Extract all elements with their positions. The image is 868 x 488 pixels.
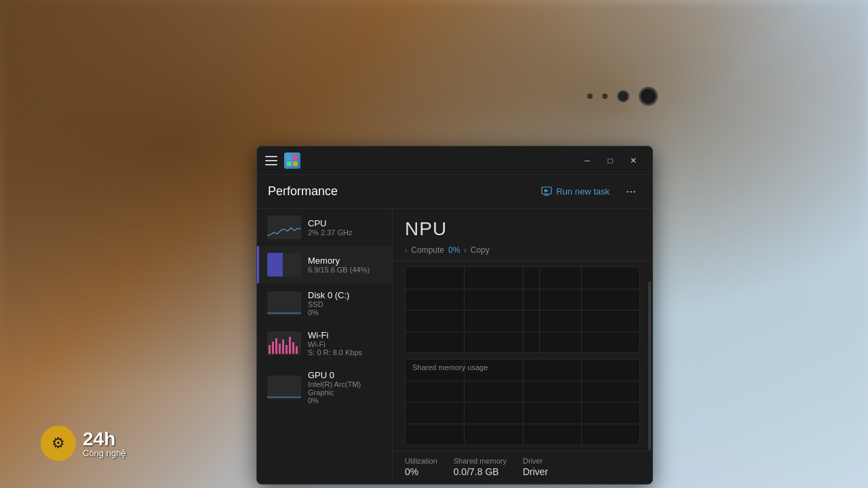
gpu-model: Intel(R) Arc(TM) Graphic bbox=[308, 380, 384, 396]
driver-value: Driver bbox=[523, 466, 548, 477]
gpu-name: GPU 0 bbox=[308, 370, 384, 380]
charts-area: Shared memory usage bbox=[393, 261, 652, 451]
disk-type: SSD bbox=[308, 300, 384, 308]
wifi-info: Wi-Fi Wi-Fi S: 0 R: 8.0 Kbps bbox=[308, 330, 384, 357]
detail-panel: NPU › Compute 0% › Copy bbox=[393, 209, 652, 483]
run-task-icon bbox=[541, 186, 552, 197]
main-content: CPU 2% 2.37 GHz Memory 6.9/15.6 GB (44%) bbox=[257, 209, 652, 483]
page-title: Performance bbox=[268, 184, 338, 199]
driver-label: Driver bbox=[523, 457, 548, 465]
grid-v-1 bbox=[464, 267, 465, 352]
scrollbar[interactable] bbox=[648, 281, 651, 450]
chart-grid-1 bbox=[406, 267, 639, 352]
watermark-badge: ⚙ bbox=[41, 426, 76, 461]
grid-v-mid bbox=[539, 267, 540, 352]
header-bar: Performance Run new task ··· bbox=[257, 175, 652, 209]
wifi-name: Wi-Fi bbox=[308, 330, 384, 340]
gpu-usage: 0% bbox=[308, 396, 384, 405]
titlebar: ─ □ ✕ bbox=[257, 146, 652, 175]
camera-lens-large bbox=[639, 87, 658, 106]
close-button[interactable]: ✕ bbox=[623, 152, 644, 169]
shared-mem-label: Shared memory bbox=[454, 457, 507, 465]
detail-title: NPU bbox=[405, 218, 640, 240]
camera-lens bbox=[617, 90, 629, 102]
cpu-mini-chart bbox=[267, 216, 301, 239]
memory-name: Memory bbox=[308, 256, 384, 266]
svg-rect-13 bbox=[285, 345, 288, 354]
chart-grid-2 bbox=[406, 359, 639, 445]
watermark-subtitle: Công nghệ bbox=[83, 449, 126, 458]
bottom-stats: Utilization 0% Shared memory 0.0/7.8 GB … bbox=[393, 451, 652, 483]
grid-v-3 bbox=[581, 267, 582, 352]
svg-rect-0 bbox=[287, 155, 292, 160]
grid-v-2 bbox=[523, 267, 524, 352]
stat-utilization: Utilization 0% bbox=[405, 457, 437, 477]
shared-mem-value: 0.0/7.8 GB bbox=[454, 466, 507, 477]
camera-dot bbox=[587, 94, 593, 99]
gpu-info: GPU 0 Intel(R) Arc(TM) Graphic 0% bbox=[308, 370, 384, 405]
hamburger-icon[interactable] bbox=[265, 156, 277, 165]
disk-usage: 0% bbox=[308, 308, 384, 317]
grid-v2-2 bbox=[523, 359, 524, 445]
watermark-size: 24h bbox=[83, 430, 126, 449]
copy-label: Copy bbox=[471, 245, 490, 255]
sidebar-item-disk[interactable]: Disk 0 (C:) SSD 0% bbox=[257, 283, 392, 323]
svg-rect-2 bbox=[287, 161, 292, 166]
memory-mini-chart bbox=[267, 253, 301, 277]
sidebar: CPU 2% 2.37 GHz Memory 6.9/15.6 GB (44%) bbox=[257, 209, 393, 483]
sidebar-item-gpu[interactable]: GPU 0 Intel(R) Arc(TM) Graphic 0% bbox=[257, 363, 392, 411]
compute-chevron2: › bbox=[464, 247, 466, 254]
cpu-info: CPU 2% 2.37 GHz bbox=[308, 218, 384, 237]
compute-value: 0% bbox=[448, 245, 460, 255]
watermark-text: 24h Công nghệ bbox=[83, 430, 126, 458]
camera-area bbox=[587, 87, 658, 106]
compute-chevron: › bbox=[405, 247, 407, 254]
npu-shared-memory-chart: Shared memory usage bbox=[405, 359, 640, 445]
metric-compute: › Compute 0% › Copy bbox=[405, 245, 490, 255]
disk-mini-chart bbox=[267, 291, 301, 315]
watermark: ⚙ 24h Công nghệ bbox=[41, 426, 126, 461]
run-new-task-button[interactable]: Run new task bbox=[536, 184, 615, 200]
run-task-label: Run new task bbox=[556, 186, 610, 197]
svg-rect-9 bbox=[272, 342, 274, 354]
wifi-speed: S: 0 R: 8.0 Kbps bbox=[308, 348, 384, 357]
maximize-button[interactable]: □ bbox=[599, 152, 621, 169]
util-label: Utilization bbox=[405, 457, 437, 465]
svg-rect-3 bbox=[293, 161, 298, 166]
grid-v2-3 bbox=[581, 359, 582, 445]
header-actions: Run new task ··· bbox=[536, 182, 642, 201]
memory-info: Memory 6.9/15.6 GB (44%) bbox=[308, 256, 384, 274]
npu-compute-chart bbox=[405, 266, 640, 353]
svg-rect-11 bbox=[279, 344, 281, 354]
wifi-sub: Wi-Fi bbox=[308, 340, 384, 348]
sidebar-item-memory[interactable]: Memory 6.9/15.6 GB (44%) bbox=[257, 246, 392, 283]
detail-metrics: › Compute 0% › Copy bbox=[393, 245, 652, 261]
more-options-button[interactable]: ··· bbox=[620, 182, 642, 201]
svg-rect-1 bbox=[293, 155, 298, 160]
compute-label: Compute bbox=[411, 245, 444, 255]
titlebar-controls: ─ □ ✕ bbox=[576, 152, 644, 169]
task-manager-window: ─ □ ✕ Performance Run new task ··· bbox=[256, 146, 653, 485]
svg-rect-16 bbox=[296, 346, 298, 354]
grid-v2-1 bbox=[464, 359, 465, 445]
cpu-name: CPU bbox=[308, 218, 384, 228]
svg-rect-14 bbox=[289, 337, 291, 354]
cpu-usage: 2% 2.37 GHz bbox=[308, 228, 384, 237]
disk-name: Disk 0 (C:) bbox=[308, 290, 384, 300]
util-value: 0% bbox=[405, 466, 437, 477]
stat-shared-memory: Shared memory 0.0/7.8 GB bbox=[454, 457, 507, 477]
titlebar-left bbox=[265, 152, 300, 169]
sidebar-item-wifi[interactable]: Wi-Fi Wi-Fi S: 0 R: 8.0 Kbps bbox=[257, 323, 392, 363]
detail-header: NPU bbox=[393, 209, 652, 245]
svg-rect-15 bbox=[292, 342, 294, 354]
disk-info: Disk 0 (C:) SSD 0% bbox=[308, 290, 384, 317]
gpu-mini-chart bbox=[267, 375, 301, 399]
svg-rect-8 bbox=[269, 345, 271, 354]
app-icon bbox=[284, 152, 300, 169]
sidebar-item-cpu[interactable]: CPU 2% 2.37 GHz bbox=[257, 209, 392, 246]
svg-rect-10 bbox=[275, 338, 277, 354]
stat-driver: Driver Driver bbox=[523, 457, 548, 477]
camera-dot-2 bbox=[602, 94, 608, 99]
minimize-button[interactable]: ─ bbox=[576, 152, 598, 169]
memory-usage: 6.9/15.6 GB (44%) bbox=[308, 266, 384, 274]
